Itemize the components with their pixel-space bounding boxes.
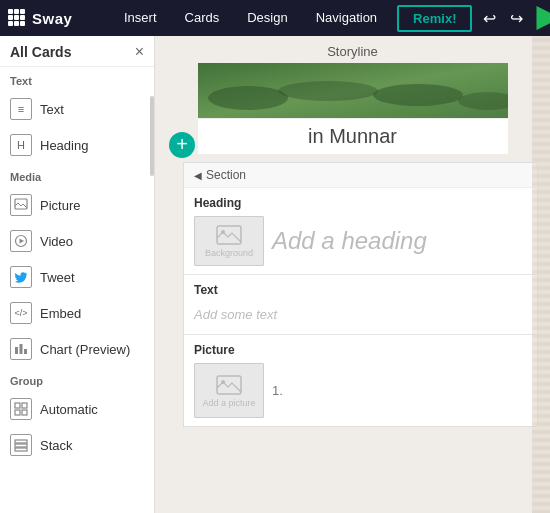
sidebar-item-automatic-label: Automatic (40, 402, 98, 417)
svg-point-22 (221, 380, 225, 384)
heading-placeholder-text[interactable]: Add a heading (272, 227, 527, 255)
sidebar-item-chart-label: Chart (Preview) (40, 342, 130, 357)
heading-background-placeholder[interactable]: Background (194, 216, 264, 266)
sidebar-item-embed-label: Embed (40, 306, 81, 321)
sidebar-item-heading[interactable]: H Heading (0, 127, 154, 163)
text-placeholder: Add some text (194, 307, 277, 322)
sidebar-item-video[interactable]: Video (0, 223, 154, 259)
nav-design[interactable]: Design (233, 0, 301, 36)
plus-icon: + (176, 134, 188, 154)
svg-point-17 (373, 84, 463, 106)
background-label: Background (205, 248, 253, 258)
svg-point-15 (208, 86, 288, 110)
nav-navigation[interactable]: Navigation (302, 0, 391, 36)
picture-card-title: Picture (194, 343, 527, 357)
svg-point-20 (221, 230, 225, 234)
heading-card: Heading Background Add a heading (184, 188, 537, 275)
svg-rect-12 (15, 448, 27, 451)
video-icon (10, 230, 32, 252)
sidebar-item-heading-label: Heading (40, 138, 88, 153)
svg-rect-10 (15, 440, 27, 443)
svg-rect-11 (15, 444, 27, 447)
svg-rect-3 (15, 347, 18, 354)
play-button[interactable] (536, 6, 550, 30)
brand-name: Sway (32, 10, 72, 27)
text-card-content[interactable]: Add some text (194, 303, 527, 326)
nav-cards[interactable]: Cards (171, 0, 234, 36)
section-collapse-arrow[interactable]: ◀ (194, 170, 202, 181)
sidebar-section-media-label: Media (0, 163, 154, 187)
torn-edge (532, 36, 550, 513)
heading-card-title: Heading (194, 196, 527, 210)
svg-rect-5 (24, 349, 27, 354)
sidebar-item-stack[interactable]: Stack (0, 427, 154, 463)
undo-button[interactable]: ↩ (478, 7, 501, 30)
tweet-icon (10, 266, 32, 288)
picture-card-content: Add a picture 1. (194, 363, 527, 418)
heading-card-content: Background Add a heading (194, 216, 527, 266)
logo-area: Sway (0, 9, 110, 27)
sidebar-close-button[interactable]: × (135, 44, 144, 60)
sidebar-item-chart[interactable]: Chart (Preview) (0, 331, 154, 367)
picture-icon (10, 194, 32, 216)
content-area: Storyline (155, 36, 550, 513)
sidebar-item-picture[interactable]: Picture (0, 187, 154, 223)
waffle-icon[interactable] (8, 9, 26, 27)
sidebar-item-embed[interactable]: </> Embed (0, 295, 154, 331)
chart-icon (10, 338, 32, 360)
text-card-title: Text (194, 283, 527, 297)
stack-icon (10, 434, 32, 456)
nav-insert[interactable]: Insert (110, 0, 171, 36)
sidebar-item-stack-label: Stack (40, 438, 73, 453)
text-icon: ≡ (10, 98, 32, 120)
svg-point-16 (278, 81, 378, 101)
svg-rect-8 (15, 410, 20, 415)
add-card-button[interactable]: + (169, 132, 195, 158)
heading-icon: H (10, 134, 32, 156)
sidebar-header: All Cards × (0, 36, 154, 67)
sidebar-item-tweet[interactable]: Tweet (0, 259, 154, 295)
redo-button[interactable]: ↪ (505, 7, 528, 30)
embed-icon: </> (10, 302, 32, 324)
sidebar-item-text-label: Text (40, 102, 64, 117)
section-container: ◀ Section Heading Background Add a headi… (183, 162, 538, 427)
main-layout: All Cards × Text ≡ Text H Heading Media … (0, 36, 550, 513)
svg-rect-4 (20, 344, 23, 354)
sidebar-title: All Cards (10, 44, 71, 60)
svg-rect-9 (22, 410, 27, 415)
sidebar-item-picture-label: Picture (40, 198, 80, 213)
tea-title: in Munnar (308, 125, 397, 147)
section-header: ◀ Section (184, 163, 537, 188)
sidebar-section-text-label: Text (0, 67, 154, 91)
sidebar-scrollbar[interactable] (150, 96, 154, 176)
sidebar-item-video-label: Video (40, 234, 73, 249)
text-card: Text Add some text (184, 275, 537, 335)
sidebar-item-tweet-label: Tweet (40, 270, 75, 285)
remix-button[interactable]: Remix! (397, 5, 472, 32)
add-picture-label: Add a picture (202, 398, 255, 408)
nav-items: Insert Cards Design Navigation Remix! (110, 0, 478, 36)
sidebar-item-automatic[interactable]: Automatic (0, 391, 154, 427)
picture-number: 1. (272, 383, 283, 398)
topbar: Sway Insert Cards Design Navigation Remi… (0, 0, 550, 36)
section-label: Section (206, 168, 246, 182)
sidebar-section-group-label: Group (0, 367, 154, 391)
storyline-header: Storyline (155, 36, 550, 63)
nav-right: ↩ ↪ (478, 6, 550, 30)
sidebar: All Cards × Text ≡ Text H Heading Media … (0, 36, 155, 513)
svg-marker-2 (20, 239, 25, 244)
sidebar-item-text[interactable]: ≡ Text (0, 91, 154, 127)
automatic-icon (10, 398, 32, 420)
tea-image (198, 63, 508, 118)
picture-card: Picture Add a picture 1. (184, 335, 537, 426)
picture-placeholder[interactable]: Add a picture (194, 363, 264, 418)
svg-rect-6 (15, 403, 20, 408)
svg-rect-7 (22, 403, 27, 408)
